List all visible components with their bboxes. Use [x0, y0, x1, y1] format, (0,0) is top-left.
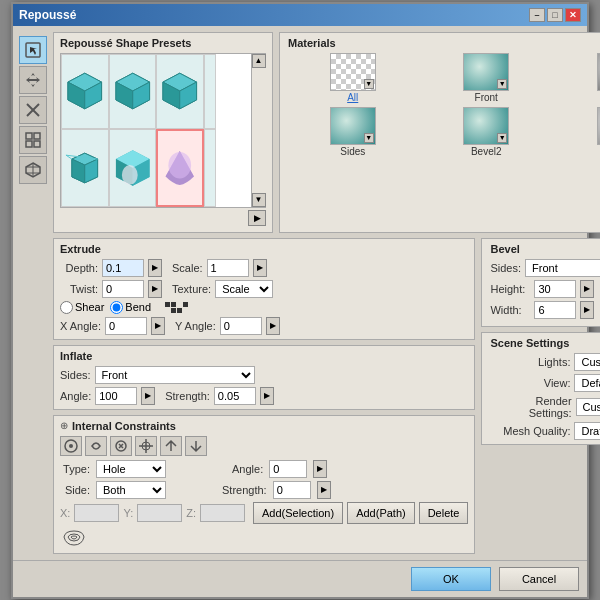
maximize-button[interactable]: □ — [547, 8, 563, 22]
presets-scroll-down[interactable]: ▼ — [252, 193, 266, 207]
texture-dropdown[interactable]: Scale — [215, 280, 273, 298]
render-dropdown[interactable]: Custom — [576, 398, 600, 416]
add-path-button[interactable]: Add(Path) — [347, 502, 415, 524]
inflate-angle-spin[interactable]: ▶ — [141, 387, 155, 405]
con-tool-3[interactable] — [110, 436, 132, 456]
material-bevel1[interactable]: ▼ Bevel1 — [555, 53, 600, 103]
material-front-arrow[interactable]: ▼ — [497, 79, 507, 89]
material-bevel2-thumb: ▼ — [463, 107, 509, 145]
con-tool-6[interactable] — [185, 436, 207, 456]
constraints-collapse-icon[interactable]: ⊕ — [60, 420, 68, 431]
repousse-window: Repoussé – □ ✕ — [11, 2, 589, 599]
material-all[interactable]: ▼ All — [288, 53, 417, 103]
material-back[interactable]: ▼ Back — [555, 107, 600, 157]
preset-item-3[interactable] — [156, 54, 204, 130]
twist-input[interactable] — [102, 280, 144, 298]
constraints-toolbar — [60, 436, 468, 456]
y-angle-spin[interactable]: ▶ — [266, 317, 280, 335]
toolbar-icon-cross[interactable] — [19, 96, 47, 124]
scale-spin[interactable]: ▶ — [253, 259, 267, 277]
con-angle-spin[interactable]: ▶ — [313, 460, 327, 478]
material-sides[interactable]: ▼ Sides — [288, 107, 417, 157]
x-label: X: — [60, 507, 70, 519]
strength-label-right: Strength: — [222, 484, 267, 496]
y-input[interactable] — [137, 504, 182, 522]
mesh-dropdown[interactable]: Draft — [574, 422, 600, 440]
preset-item-6[interactable] — [109, 129, 157, 207]
width-input[interactable] — [534, 301, 576, 319]
angle-label-right: Angle: — [232, 463, 263, 475]
inflate-strength-spin[interactable]: ▶ — [260, 387, 274, 405]
presets-title: Repoussé Shape Presets — [60, 37, 266, 49]
material-front[interactable]: ▼ Front — [421, 53, 550, 103]
con-tool-4[interactable] — [135, 436, 157, 456]
y-angle-input[interactable] — [220, 317, 262, 335]
lights-label: Lights: — [490, 356, 570, 368]
width-label: Width: — [490, 304, 530, 316]
inflate-strength-input[interactable] — [214, 387, 256, 405]
material-front-thumb: ▼ — [463, 53, 509, 91]
material-all-label: All — [347, 92, 358, 103]
material-bevel2[interactable]: ▼ Bevel2 — [421, 107, 550, 157]
side-dropdown[interactable]: Both — [96, 481, 166, 499]
ok-button[interactable]: OK — [411, 567, 491, 591]
depth-spin[interactable]: ▶ — [148, 259, 162, 277]
material-all-thumb: ▼ — [330, 53, 376, 91]
scale-input[interactable] — [207, 259, 249, 277]
close-button[interactable]: ✕ — [565, 8, 581, 22]
preset-item-2[interactable] — [109, 54, 157, 130]
con-tool-2[interactable] — [85, 436, 107, 456]
view-dropdown[interactable]: Default — [574, 374, 600, 392]
preset-item-5[interactable] — [61, 129, 109, 207]
cancel-button[interactable]: Cancel — [499, 567, 579, 591]
lights-dropdown[interactable]: Custom — [574, 353, 600, 371]
material-all-arrow[interactable]: ▼ — [364, 79, 374, 89]
y-label: Y: — [123, 507, 133, 519]
toolbar-icon-selection[interactable] — [19, 36, 47, 64]
con-strength-input[interactable] — [273, 481, 311, 499]
x-angle-input[interactable] — [105, 317, 147, 335]
shear-radio[interactable] — [60, 301, 73, 314]
preset-item-7[interactable] — [156, 129, 204, 207]
con-angle-input[interactable] — [269, 460, 307, 478]
scene-section: Scene Settings Lights: Custom View: Defa… — [481, 332, 600, 445]
material-sides-arrow[interactable]: ▼ — [364, 133, 374, 143]
materials-section: Materials ▼ All ▼ — [279, 32, 600, 233]
delete-button[interactable]: Delete — [419, 502, 469, 524]
bend-radio[interactable] — [110, 301, 123, 314]
preset-item-1[interactable] — [61, 54, 109, 130]
inflate-angle-input[interactable] — [95, 387, 137, 405]
shear-radio-label[interactable]: Shear — [60, 301, 104, 314]
con-strength-spin[interactable]: ▶ — [317, 481, 331, 499]
svg-rect-6 — [34, 141, 40, 147]
x-input[interactable] — [74, 504, 119, 522]
bend-radio-label[interactable]: Bend — [110, 301, 151, 314]
depth-input[interactable] — [102, 259, 144, 277]
inflate-strength-label: Strength: — [165, 390, 210, 402]
toolbar-icon-3d[interactable] — [19, 156, 47, 184]
con-tool-5[interactable] — [160, 436, 182, 456]
material-bevel2-label: Bevel2 — [471, 146, 502, 157]
type-dropdown[interactable]: Hole — [96, 460, 166, 478]
con-tool-1[interactable] — [60, 436, 82, 456]
add-selection-button[interactable]: Add(Selection) — [253, 502, 343, 524]
bevel-sides-dropdown[interactable]: Front — [525, 259, 600, 277]
toolbar-icon-grid[interactable] — [19, 126, 47, 154]
scale-label: Scale: — [172, 262, 203, 274]
window-title: Repoussé — [19, 8, 76, 22]
width-spin[interactable]: ▶ — [580, 301, 594, 319]
toolbar-icon-move[interactable] — [19, 66, 47, 94]
z-label: Z: — [186, 507, 196, 519]
z-input[interactable] — [200, 504, 245, 522]
twist-spin[interactable]: ▶ — [148, 280, 162, 298]
material-bevel2-arrow[interactable]: ▼ — [497, 133, 507, 143]
x-angle-spin[interactable]: ▶ — [151, 317, 165, 335]
y-angle-label: Y Angle: — [175, 320, 216, 332]
inflate-sides-dropdown[interactable]: Front — [95, 366, 255, 384]
twist-label: Twist: — [60, 283, 98, 295]
height-input[interactable] — [534, 280, 576, 298]
presets-scroll-up[interactable]: ▲ — [252, 54, 266, 68]
minimize-button[interactable]: – — [529, 8, 545, 22]
height-spin[interactable]: ▶ — [580, 280, 594, 298]
presets-arrow-btn[interactable]: ▶ — [248, 210, 266, 226]
